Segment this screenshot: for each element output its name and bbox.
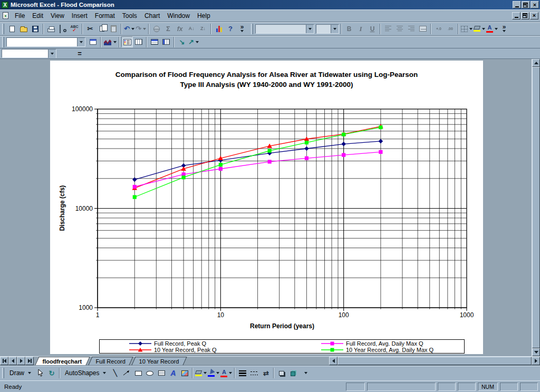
- chart-area[interactable]: Comparison of Flood Frequency Analysis f…: [50, 61, 483, 354]
- by-row-button[interactable]: [149, 36, 160, 47]
- dash-style-button[interactable]: [248, 368, 260, 379]
- sheet-tab-floodfreqchart[interactable]: floodfreqchart: [35, 357, 90, 365]
- sort-ascending-button[interactable]: A↓: [186, 23, 197, 34]
- angle-dropdown-arrow[interactable]: [196, 41, 199, 43]
- doc-close-button[interactable]: ×: [530, 12, 538, 19]
- font-color-button[interactable]: A: [486, 23, 498, 34]
- scroll-up-button[interactable]: [532, 59, 540, 67]
- x-axis-title[interactable]: Return Period (years): [98, 322, 467, 330]
- series-marker-3[interactable]: [219, 163, 223, 166]
- print-preview-button[interactable]: [57, 23, 69, 34]
- arrow-style-button[interactable]: ⇄: [260, 368, 272, 379]
- menu-window[interactable]: Window: [163, 11, 194, 21]
- font-name-combo[interactable]: [255, 24, 314, 34]
- doc-restore-button[interactable]: [521, 12, 529, 19]
- angle-text-downward-button[interactable]: ↘: [176, 36, 188, 47]
- font-size-combo[interactable]: [316, 24, 339, 34]
- name-box[interactable]: [2, 49, 56, 58]
- copy-button[interactable]: [96, 23, 108, 34]
- series-marker-3[interactable]: [268, 149, 272, 153]
- formatting-overflow-button[interactable]: »: [498, 23, 510, 34]
- menu-edit[interactable]: Edit: [28, 11, 47, 21]
- fill-color-dropdown-arrow[interactable]: [482, 28, 485, 30]
- text-box-button[interactable]: [156, 368, 167, 379]
- sort-descending-button[interactable]: Z↓: [197, 23, 209, 34]
- line-tool-button[interactable]: ╲: [109, 368, 121, 379]
- legend-toggle-button[interactable]: [121, 36, 133, 47]
- borders-button[interactable]: [460, 23, 473, 34]
- fill-color-dropdown-arrow[interactable]: [204, 372, 207, 374]
- chart-objects-combo[interactable]: [6, 37, 85, 47]
- cut-button[interactable]: ✂: [84, 23, 96, 34]
- draw-fill-color-button[interactable]: [195, 368, 207, 379]
- doc-minimize-button[interactable]: [512, 12, 520, 19]
- merge-center-button[interactable]: [417, 23, 429, 34]
- wordart-button[interactable]: A: [167, 368, 179, 379]
- insert-hyperlink-button[interactable]: [151, 23, 162, 34]
- underline-button[interactable]: U: [367, 23, 378, 34]
- free-rotate-button[interactable]: ↻: [46, 368, 57, 379]
- spelling-button[interactable]: ABC✓: [69, 23, 80, 34]
- print-button[interactable]: [45, 23, 57, 34]
- data-table-button[interactable]: [133, 36, 144, 47]
- font-size-dropdown[interactable]: [331, 25, 339, 33]
- series-marker-2[interactable]: [305, 156, 308, 160]
- workbook-icon[interactable]: X: [2, 12, 9, 19]
- last-sheet-button[interactable]: [25, 357, 34, 365]
- drawbar-options-button[interactable]: [299, 368, 311, 379]
- fill-color-button[interactable]: [473, 23, 486, 34]
- horizontal-scroll-thumb[interactable]: [338, 357, 532, 365]
- by-column-button[interactable]: [160, 36, 172, 47]
- arrow-tool-button[interactable]: [121, 368, 132, 379]
- series-marker-2[interactable]: [268, 160, 272, 163]
- series-marker-2[interactable]: [379, 150, 382, 154]
- series-marker-2[interactable]: [133, 185, 137, 189]
- new-button[interactable]: [6, 23, 18, 34]
- menu-help[interactable]: Help: [194, 11, 214, 21]
- align-center-button[interactable]: [394, 23, 406, 34]
- menu-format[interactable]: Format: [91, 11, 119, 21]
- name-box-dropdown[interactable]: [48, 50, 56, 58]
- undo-dropdown-arrow[interactable]: [131, 28, 134, 30]
- standard-overflow-button[interactable]: »: [236, 23, 248, 34]
- series-marker-0[interactable]: [304, 146, 309, 151]
- scroll-down-button[interactable]: [532, 348, 540, 356]
- series-marker-0[interactable]: [132, 178, 137, 182]
- series-marker-3[interactable]: [379, 125, 382, 129]
- series-marker-0[interactable]: [379, 139, 383, 144]
- legend-entry[interactable]: Full Record, Avg. Daily Max Q: [321, 340, 433, 347]
- scroll-right-button[interactable]: [532, 357, 540, 365]
- chart-legend[interactable]: Full Record, Peak Q10 Year Record, Peak …: [99, 339, 465, 354]
- help-button[interactable]: ?: [225, 23, 236, 34]
- menu-file[interactable]: File: [11, 11, 28, 21]
- open-button[interactable]: [18, 23, 30, 34]
- next-sheet-button[interactable]: [17, 357, 25, 365]
- series-marker-3[interactable]: [342, 133, 345, 136]
- redo-dropdown-arrow[interactable]: [143, 28, 146, 30]
- sheet-tab-full-record[interactable]: Full Record: [88, 357, 133, 365]
- select-objects-button[interactable]: [34, 368, 46, 379]
- toolbar-grip[interactable]: [2, 24, 4, 34]
- font-color-dropdown-arrow[interactable]: [229, 372, 232, 374]
- chart-type-dropdown-arrow[interactable]: [113, 41, 117, 43]
- oval-tool-button[interactable]: [144, 368, 156, 379]
- italic-button[interactable]: I: [355, 23, 367, 34]
- legend-entry[interactable]: 10 Year Record, Avg. Daily Max Q: [321, 347, 433, 353]
- font-name-dropdown[interactable]: [306, 25, 314, 33]
- font-color-dropdown-arrow[interactable]: [495, 28, 498, 30]
- title-bar[interactable]: X Microsoft Excel - Flood Comparison ×: [0, 0, 540, 9]
- series-marker-3[interactable]: [133, 195, 137, 199]
- legend-entry[interactable]: 10 Year Record, Peak Q: [129, 347, 217, 353]
- save-button[interactable]: [30, 23, 41, 34]
- draw-line-color-button[interactable]: [207, 368, 220, 379]
- series-marker-2[interactable]: [219, 167, 223, 171]
- paste-function-button[interactable]: fx: [174, 23, 186, 34]
- shadow-button[interactable]: [276, 368, 287, 379]
- rectangle-tool-button[interactable]: [132, 368, 144, 379]
- horizontal-scrollbar[interactable]: [329, 357, 540, 365]
- insert-clipart-button[interactable]: [179, 368, 190, 379]
- paste-button[interactable]: [108, 23, 119, 34]
- menu-chart[interactable]: Chart: [141, 11, 163, 21]
- equals-button[interactable]: =: [74, 50, 85, 58]
- toolbar-grip[interactable]: [2, 368, 4, 378]
